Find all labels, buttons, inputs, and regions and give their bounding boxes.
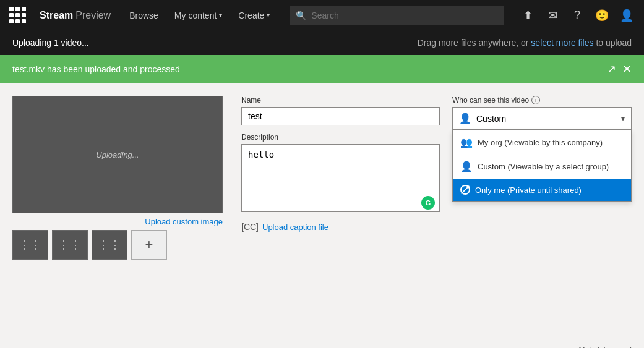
visibility-dropdown-button[interactable]: 👤 Custom ▾ (452, 107, 632, 130)
nav-action-icons: ⬆ ✉ ? 🙂 👤 (517, 4, 638, 27)
profile-icon-button[interactable]: 👤 (616, 4, 638, 27)
visibility-label: Who can see this video i (452, 96, 632, 104)
grid-dots-icon (9, 7, 26, 23)
share-icon-button[interactable]: ↗ (607, 62, 616, 76)
thumb-dots-icon: ⋮⋮ (58, 238, 82, 252)
upload-custom-image-link[interactable]: Upload custom image (12, 217, 223, 226)
app-grid-button[interactable] (6, 4, 28, 27)
success-message: test.mkv has been uploaded and processed (12, 64, 180, 74)
thumb-dots-icon: ⋮⋮ (19, 238, 42, 252)
form-section: Name Description hello G [CC] Upload cap… (241, 96, 440, 336)
help-icon-button[interactable]: ? (566, 4, 588, 27)
right-panel: Name Description hello G [CC] Upload cap… (241, 96, 632, 336)
video-preview: Uploading... (12, 96, 223, 213)
option-myorg[interactable]: 👥 My org (Viewable by this company) (453, 130, 631, 155)
left-panel: Uploading... Upload custom image ⋮⋮ ⋮⋮ ⋮… (12, 96, 223, 336)
search-icon: 🔍 (296, 11, 306, 20)
upload-caption-link[interactable]: Upload caption file (262, 223, 328, 232)
visibility-dropdown-menu: 👥 My org (Viewable by this company) 👤 Cu… (452, 130, 632, 202)
thumbnail-3[interactable]: ⋮⋮ (92, 230, 127, 260)
caption-row: [CC] Upload caption file (241, 222, 440, 232)
thumbnail-1[interactable]: ⋮⋮ (12, 230, 48, 260)
close-icon-button[interactable]: ✕ (622, 62, 632, 76)
thumbnail-2[interactable]: ⋮⋮ (52, 230, 88, 260)
metadata-saved-text: Metadata saved (579, 346, 632, 348)
chevron-down-icon: ▾ (267, 12, 270, 19)
visibility-dropdown: 👤 Custom ▾ 👥 My org (Viewable by this co… (452, 107, 632, 130)
visibility-section: Who can see this video i 👤 Custom ▾ 👥 My… (452, 96, 632, 336)
description-input[interactable]: hello (241, 144, 440, 212)
upload-icon-button[interactable]: ⬆ (517, 4, 539, 27)
thumbnail-strip: ⋮⋮ ⋮⋮ ⋮⋮ + (12, 230, 223, 260)
select-more-files-link[interactable]: select more files (531, 38, 593, 48)
success-actions: ↗ ✕ (607, 62, 632, 76)
uploading-text: Uploading 1 video... (12, 38, 89, 48)
brand-logo[interactable]: Stream Preview (31, 10, 119, 21)
uploading-label: Uploading... (96, 150, 139, 159)
name-label: Name (241, 96, 440, 104)
dropdown-selected-text: Custom (476, 114, 616, 124)
brand-preview-text: Preview (75, 10, 111, 21)
user-select-icon: 👤 (460, 161, 473, 172)
chevron-down-icon: ▾ (621, 114, 625, 123)
grammarly-icon: G (421, 196, 435, 210)
info-icon[interactable]: i (531, 96, 540, 104)
user-group-icon: 👥 (460, 137, 473, 148)
option-onlyme[interactable]: Only me (Private until shared) (453, 179, 631, 201)
nav-create[interactable]: Create ▾ (231, 0, 277, 30)
option-custom[interactable]: 👤 Custom (Viewable by a select group) (453, 155, 631, 179)
upload-hint: Drag more files anywhere, or select more… (418, 38, 632, 48)
caption-cc-icon: [CC] (241, 222, 259, 232)
success-bar: test.mkv has been uploaded and processed… (0, 55, 644, 83)
search-input[interactable] (311, 11, 498, 20)
chevron-down-icon: ▾ (219, 12, 222, 19)
brand-stream-text: Stream (40, 10, 73, 21)
feedback-icon-button[interactable]: 🙂 (591, 4, 613, 27)
description-label: Description (241, 133, 440, 142)
nav-my-content[interactable]: My content ▾ (167, 0, 230, 30)
search-bar[interactable]: 🔍 (290, 6, 504, 25)
upload-banner: Uploading 1 video... Drag more files any… (0, 30, 644, 55)
plus-icon: + (145, 237, 153, 253)
description-wrap: hello G (241, 144, 440, 214)
add-thumbnail-button[interactable]: + (131, 230, 167, 260)
nav-browse[interactable]: Browse (122, 0, 166, 30)
user-icon: 👤 (459, 112, 471, 124)
mail-icon-button[interactable]: ✉ (541, 4, 564, 27)
name-input[interactable] (241, 107, 440, 125)
private-icon (460, 185, 470, 195)
main-content: Uploading... Upload custom image ⋮⋮ ⋮⋮ ⋮… (0, 83, 644, 348)
nav-links: Browse My content ▾ Create ▾ (122, 0, 277, 30)
top-navigation: Stream Preview Browse My content ▾ Creat… (0, 0, 644, 30)
thumb-dots-icon: ⋮⋮ (98, 238, 121, 252)
